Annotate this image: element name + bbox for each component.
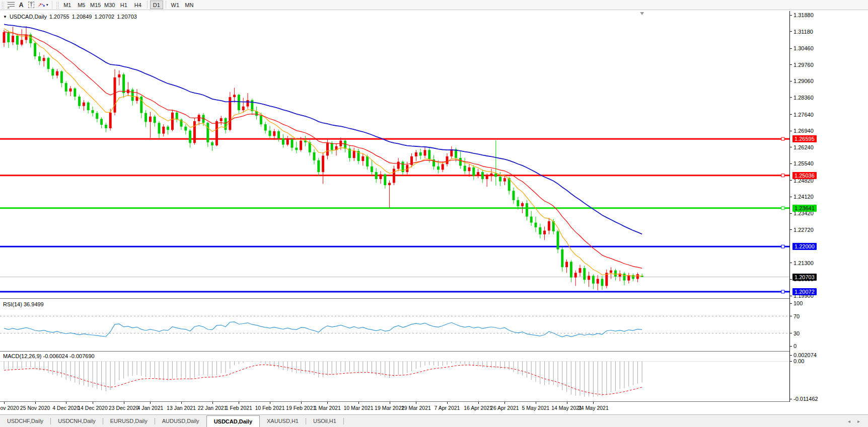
date-tick-label: 23 Dec 2020	[109, 405, 139, 411]
tick-mark	[790, 147, 792, 147]
candle-body	[557, 231, 559, 249]
date-tick-label: 7 Apr 2021	[435, 405, 460, 411]
tick-mark	[790, 229, 792, 230]
timeframe-button-d1[interactable]: D1	[150, 1, 163, 9]
tab-separator	[343, 418, 344, 424]
timeframe-button-mn[interactable]: MN	[183, 1, 196, 9]
tick-mark	[790, 303, 792, 304]
date-tick-mark	[150, 402, 151, 404]
candle-body	[43, 58, 45, 61]
price-axis-tick: 1.28360	[790, 94, 814, 101]
current-price-badge[interactable]: 1.20703	[792, 274, 817, 281]
candle-body	[380, 175, 382, 179]
price-axis[interactable]: 1.318801.311801.304601.297601.290601.283…	[790, 11, 868, 402]
text-tool-icon[interactable]: A	[16, 1, 26, 10]
date-tick-label: 10 Mar 2021	[344, 405, 374, 411]
candle-body	[331, 143, 333, 150]
tick-mark	[790, 263, 792, 263]
tick-label: 1.25540	[793, 160, 814, 166]
date-tick-mark	[478, 402, 479, 404]
tick-label: 100	[793, 300, 803, 306]
chart-tab-usoil[interactable]: USOil,H1	[306, 415, 343, 427]
fibonacci-tool-icon[interactable]: F	[6, 1, 16, 10]
candle-body	[565, 262, 568, 267]
toolbar-separator	[166, 1, 166, 9]
tick-mark	[790, 399, 792, 399]
timeframe-button-m1[interactable]: M1	[61, 1, 74, 9]
tick-mark	[790, 316, 792, 316]
chart-tab-xauusd[interactable]: XAUUSD,H1	[260, 415, 306, 427]
date-tick-mark	[181, 402, 182, 404]
toolbar: F A T ↗ ↘ ▾ M1M5M15M30H1H4D1W1MN	[0, 0, 868, 10]
price-level-badge-1.25036[interactable]: 1.25036	[792, 172, 817, 179]
line-drag-handle[interactable]	[781, 174, 784, 177]
candle-body	[472, 167, 475, 176]
candle-body	[388, 183, 391, 186]
symbol-collapse-icon[interactable]: ▼	[3, 15, 7, 19]
arrows-tool-icon[interactable]: ↗ ↘ ▾	[36, 1, 50, 10]
date-tick-mark	[504, 402, 505, 404]
timeframe-button-w1[interactable]: W1	[169, 1, 182, 9]
date-tick-mark	[301, 402, 302, 404]
candle-body	[92, 110, 94, 113]
price-close: 1.20703	[117, 14, 137, 20]
chart-tab-eurusd[interactable]: EURUSD,Daily	[103, 415, 155, 427]
price-level-badge-1.22000[interactable]: 1.22000	[792, 243, 817, 250]
date-tick-label: 19 Mar 2021	[375, 405, 404, 411]
main-price-chart[interactable]	[0, 11, 789, 298]
candle-body	[459, 158, 462, 165]
timeframe-button-m30[interactable]: M30	[103, 1, 116, 9]
tab-scroll-right-icon[interactable]: ▸	[857, 418, 860, 424]
timeframe-button-h1[interactable]: H1	[117, 1, 130, 9]
price-axis-tick: 1.26240	[790, 144, 814, 150]
chart-tab-usdcad[interactable]: USDCAD,Daily	[206, 415, 260, 427]
line-drag-handle[interactable]	[781, 290, 784, 293]
candle-body	[468, 167, 471, 171]
candle-body	[60, 71, 63, 83]
tick-label: 1.30460	[793, 45, 814, 51]
candle-body	[384, 175, 386, 185]
tick-mark	[790, 81, 792, 81]
candle-body	[415, 152, 417, 156]
tick-mark	[790, 279, 792, 280]
price-axis-tick: 1.21300	[790, 260, 814, 266]
candle-body	[503, 178, 506, 182]
date-tick-mark	[567, 402, 567, 404]
tick-label: 30	[793, 330, 800, 336]
timeframe-button-m5[interactable]: M5	[75, 1, 88, 9]
tick-mark	[790, 64, 792, 65]
line-drag-handle[interactable]	[781, 207, 784, 210]
timeframe-button-h4[interactable]: H4	[131, 1, 144, 9]
text-label-tool-icon[interactable]: T	[26, 1, 36, 10]
timeframe-button-m15[interactable]: M15	[89, 1, 102, 9]
toolbar-drag-handle[interactable]	[2, 2, 5, 9]
candle-body	[56, 71, 58, 75]
date-tick-mark	[447, 402, 448, 404]
tick-label: 1.31880	[793, 12, 814, 18]
candle-body	[206, 123, 209, 142]
price-level-badge-1.20072[interactable]: 1.20072	[792, 288, 817, 295]
chart-tab-usdcnh[interactable]: USDCNH,Daily	[51, 415, 103, 427]
chart-tab-usdchf[interactable]: USDCHF,Daily	[0, 415, 50, 427]
line-drag-handle[interactable]	[781, 137, 784, 140]
candle-body	[167, 127, 169, 130]
candle-body	[393, 169, 395, 183]
candle-body	[561, 249, 563, 267]
candle-body	[114, 77, 116, 113]
date-tick-mark	[93, 402, 93, 404]
date-axis[interactable]: 16 Nov 202025 Nov 20204 Dec 202014 Dec 2…	[0, 402, 868, 413]
date-tick-mark	[4, 402, 5, 404]
price-level-badge-1.23641[interactable]: 1.23641	[792, 205, 817, 212]
candle-body	[21, 40, 23, 44]
tab-scroll-left-icon[interactable]: ◂	[848, 418, 850, 424]
chart-shift-marker-icon[interactable]	[640, 12, 644, 15]
macd-indicator-panel[interactable]	[0, 352, 789, 401]
date-tick-label: 16 Apr 2021	[464, 405, 492, 411]
macd-axis-tick: -0.011462	[790, 396, 818, 402]
line-drag-handle[interactable]	[781, 245, 784, 248]
price-level-badge-1.26595[interactable]: 1.26595	[792, 135, 817, 142]
date-tick-mark	[239, 402, 239, 404]
toolbar-drag-handle[interactable]	[56, 2, 59, 9]
rsi-indicator-panel[interactable]	[0, 299, 789, 351]
chart-tab-audusd[interactable]: AUDUSD,Daily	[155, 415, 206, 427]
